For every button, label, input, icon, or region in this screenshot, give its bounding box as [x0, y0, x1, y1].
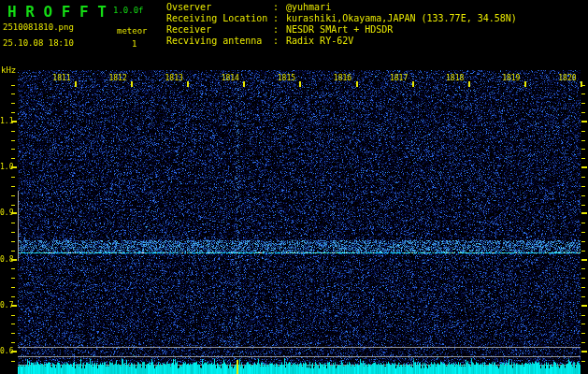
frequency-tick-label: 0.7 — [0, 301, 12, 309]
hrofft-output: H R O F F T 1.0.0f 2510081810.png meteor… — [0, 0, 588, 374]
info-value: kurashiki,Okayama,JAPAN (133.77E, 34.58N… — [286, 13, 517, 24]
frequency-tick-label: 1.1 — [0, 117, 12, 125]
info-separator: : — [273, 24, 286, 36]
info-label: Receiver — [166, 24, 273, 36]
info-label: Receiving Location — [166, 13, 273, 24]
frequency-tick-label: 1.0 — [0, 163, 12, 171]
time-tick-label: 1817 — [390, 74, 408, 82]
time-tick-label: 1819 — [502, 74, 520, 82]
info-separator: : — [273, 13, 286, 24]
mode-label: meteor — [117, 26, 148, 36]
app-version: 1.0.0f — [113, 6, 144, 15]
info-value: @yuhmari — [286, 2, 517, 13]
time-tick-label: 1812 — [108, 74, 126, 82]
time-tick-label: 1815 — [278, 74, 295, 82]
info-label: Ovserver — [166, 2, 273, 13]
app-title: H R O F F T — [7, 3, 107, 21]
info-label: Recviving antenna — [166, 36, 273, 47]
time-tick-label: 1818 — [446, 74, 464, 82]
info-value: Radix RY-62V — [286, 36, 517, 47]
frequency-tick-label: 0.8 — [0, 255, 12, 264]
y-axis-unit-label: kHz — [1, 65, 16, 75]
info-separator: : — [273, 36, 286, 47]
frequency-tick-label: 0.9 — [0, 209, 12, 217]
time-tick-label: 1816 — [334, 74, 351, 82]
info-separator: : — [273, 2, 286, 13]
frequency-tick-label: 0.6 — [0, 347, 12, 355]
time-tick-label: 1813 — [165, 74, 183, 82]
output-filename: 2510081810.png — [3, 22, 74, 32]
time-tick-label: 1820 — [558, 74, 576, 82]
datetime-label: 25.10.08 18:10 — [3, 38, 74, 48]
observer-info: Ovserver : @yuhmari Receiving Location :… — [166, 2, 517, 47]
spectrogram-canvas — [0, 0, 588, 374]
time-tick-label: 1814 — [222, 74, 239, 82]
info-value: NESDR SMArt + HDSDR — [286, 24, 517, 36]
echo-count: 1 — [132, 39, 136, 49]
time-tick-label: 1811 — [52, 74, 70, 82]
